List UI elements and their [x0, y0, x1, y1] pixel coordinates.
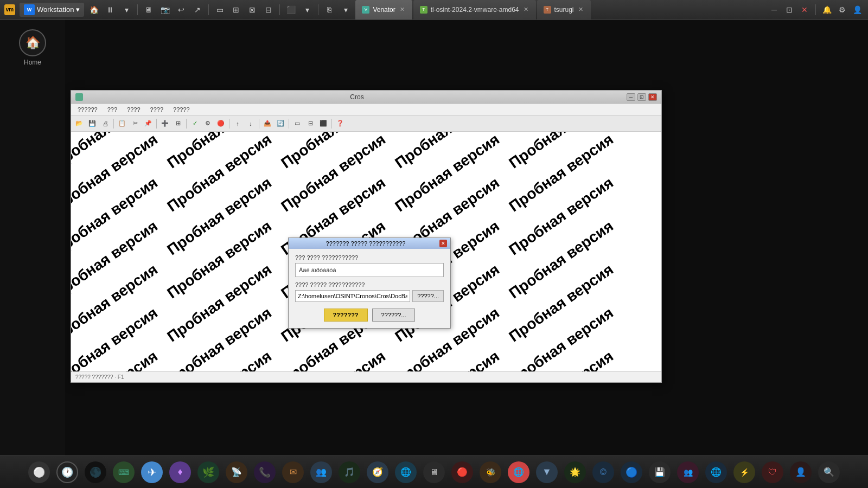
toolbar-vm-icon[interactable]: 🖥	[141, 3, 156, 17]
vm-menu-item-2[interactable]: ???	[103, 105, 122, 114]
tool-print-btn[interactable]: 🖨	[99, 118, 111, 130]
toolbar-view3-icon[interactable]: ⊠	[245, 3, 260, 17]
toolbar-view4-icon[interactable]: ⊟	[261, 3, 276, 17]
tab-tsurugi[interactable]: T tsurugi ✕	[537, 0, 591, 20]
dock-item-4[interactable]: ⌨	[111, 459, 137, 485]
dock-item-9[interactable]: 📞	[252, 459, 278, 485]
dialog-cancel-btn[interactable]: ??????...	[372, 309, 416, 322]
tool-refresh-btn[interactable]: 🔄	[275, 118, 286, 130]
dock-item-6[interactable]: ♦	[167, 459, 193, 485]
dialog: ??????? ????? ??????????? ✕ ??? ???? ???…	[288, 237, 451, 329]
dialog-path-input[interactable]	[295, 290, 410, 302]
tool-up-btn[interactable]: ↑	[232, 118, 244, 130]
dock-item-25[interactable]: 🌐	[703, 459, 729, 485]
dialog-browse-btn[interactable]: ?????...	[412, 290, 444, 302]
dock-item-28[interactable]: 👤	[788, 459, 814, 485]
dialog-ok-btn[interactable]: ???????	[324, 309, 368, 322]
account-icon[interactable]: 👤	[851, 3, 864, 16]
tool-cut-btn[interactable]: ✂	[129, 118, 141, 130]
tool-open-btn[interactable]: 📂	[73, 118, 85, 130]
dock-item-7[interactable]: 🌿	[195, 459, 221, 485]
tool-sep-2	[156, 119, 157, 129]
tool-add-btn[interactable]: ➕	[159, 118, 171, 130]
vm-restore-btn[interactable]: ⊡	[637, 93, 646, 101]
workstation-dropdown-arrow: ▾	[76, 5, 80, 14]
toolbar-remote-icon[interactable]: ⎘	[322, 3, 337, 17]
minimize-icon[interactable]: ─	[768, 3, 781, 16]
notification-icon[interactable]: 🔔	[820, 3, 833, 16]
dock-item-26[interactable]: ⚡	[731, 459, 757, 485]
toolbar-remote-dropdown[interactable]: ▾	[338, 3, 353, 17]
tab-osint[interactable]: T tl-osint-2024.2-vmware-amd64 ✕	[413, 0, 536, 20]
watermark-text: Пробная версия	[392, 132, 502, 215]
vm-menu-item-3[interactable]: ????	[123, 105, 144, 114]
toolbar-terminal-icon[interactable]: ⬛	[283, 3, 298, 17]
dock-item-1[interactable]: ⚪	[26, 459, 52, 485]
tool-gear-btn[interactable]: ⚙	[202, 118, 214, 130]
dock-item-17[interactable]: 🐝	[477, 459, 503, 485]
top-right-area: ─ ⊡ ✕ 🔔 ⚙ 👤	[768, 3, 868, 16]
dock-item-14[interactable]: 🌐	[393, 459, 419, 485]
dock-item-3[interactable]: 🌑	[82, 459, 108, 485]
dock-item-5[interactable]: ✈	[139, 459, 165, 485]
tool-grid-btn[interactable]: ⊞	[172, 118, 184, 130]
tool-save-btn[interactable]: 💾	[86, 118, 98, 130]
toolbar-view1-icon[interactable]: ▭	[212, 3, 227, 17]
toolbar-sep-3	[279, 4, 280, 15]
close-icon[interactable]: ✕	[798, 3, 811, 16]
vm-menu-item-5[interactable]: ?????	[169, 105, 194, 114]
tool-copy-btn[interactable]: 📋	[116, 118, 128, 130]
dock-item-13[interactable]: 🧭	[365, 459, 391, 485]
dock-item-2[interactable]: 🕐	[54, 459, 80, 485]
tool-export-btn[interactable]: 📤	[261, 118, 273, 130]
toolbar-pause-dropdown[interactable]: ▾	[119, 3, 134, 17]
tab-venator-close[interactable]: ✕	[399, 6, 406, 13]
dock-item-11[interactable]: 👥	[308, 459, 334, 485]
dock-item-21[interactable]: ©	[590, 459, 616, 485]
tool-view2-btn[interactable]: ⊟	[304, 118, 316, 130]
home-nav-item[interactable]: 🏠 Home	[15, 25, 50, 70]
dialog-close-btn[interactable]: ✕	[439, 240, 447, 247]
tool-red-btn[interactable]: 🔴	[215, 118, 227, 130]
toolbar-view2-icon[interactable]: ⊞	[228, 3, 244, 17]
dock-item-22[interactable]: 🔵	[618, 459, 644, 485]
dock-item-29[interactable]: 🔍	[816, 459, 842, 485]
toolbar-pause-icon[interactable]: ⏸	[103, 3, 118, 17]
tab-tsurugi-close[interactable]: ✕	[577, 6, 584, 13]
vm-minimize-btn[interactable]: ─	[627, 93, 635, 101]
tab-osint-close[interactable]: ✕	[522, 6, 529, 13]
tool-check-btn[interactable]: ✓	[189, 118, 201, 130]
toolbar-snap-icon[interactable]: 📷	[157, 3, 173, 17]
vm-menu-item-1[interactable]: ??????	[73, 105, 102, 114]
dialog-label-1: ??? ???? ???????????	[295, 254, 444, 261]
dock-item-19[interactable]: ▼	[534, 459, 560, 485]
tool-view1-btn[interactable]: ▭	[291, 118, 303, 130]
tab-venator[interactable]: V Venator ✕	[355, 0, 412, 20]
vm-menu-item-4[interactable]: ????	[146, 105, 168, 114]
dock-item-16[interactable]: 🔴	[449, 459, 475, 485]
dock-item-23[interactable]: 💾	[647, 459, 673, 485]
tool-help-btn[interactable]: ❓	[334, 118, 346, 130]
dock-item-10[interactable]: ✉	[280, 459, 306, 485]
dock-item-8[interactable]: 📡	[224, 459, 250, 485]
dock-item-12[interactable]: 🎵	[336, 459, 362, 485]
dock-item-15[interactable]: 🖥	[421, 459, 447, 485]
toolbar-terminal-dropdown[interactable]: ▾	[299, 3, 315, 17]
toolbar-revert-icon[interactable]: ↩	[174, 3, 189, 17]
vm-close-btn[interactable]: ✕	[648, 93, 657, 101]
tab-osint-label: tl-osint-2024.2-vmware-amd64	[431, 6, 519, 14]
settings-icon[interactable]: ⚙	[835, 3, 848, 16]
watermark-text: Пробная версия	[506, 217, 616, 302]
workstation-button[interactable]: W Workstation ▾	[20, 3, 84, 17]
dock-item-24[interactable]: 👥	[675, 459, 701, 485]
tool-pin-btn[interactable]: 📌	[142, 118, 154, 130]
tool-stop-btn[interactable]: ⬛	[317, 118, 329, 130]
toolbar-home-icon[interactable]: 🏠	[86, 3, 101, 17]
toolbar-send-icon[interactable]: ↗	[190, 3, 205, 17]
tool-down-btn[interactable]: ↓	[245, 118, 257, 130]
dock-item-27[interactable]: 🛡	[760, 459, 786, 485]
dock-item-18[interactable]: 🌐	[506, 459, 532, 485]
dock-item-20[interactable]: 🌟	[562, 459, 588, 485]
restore-icon[interactable]: ⊡	[783, 3, 796, 16]
dialog-title-text: ??????? ????? ???????????	[292, 240, 439, 247]
